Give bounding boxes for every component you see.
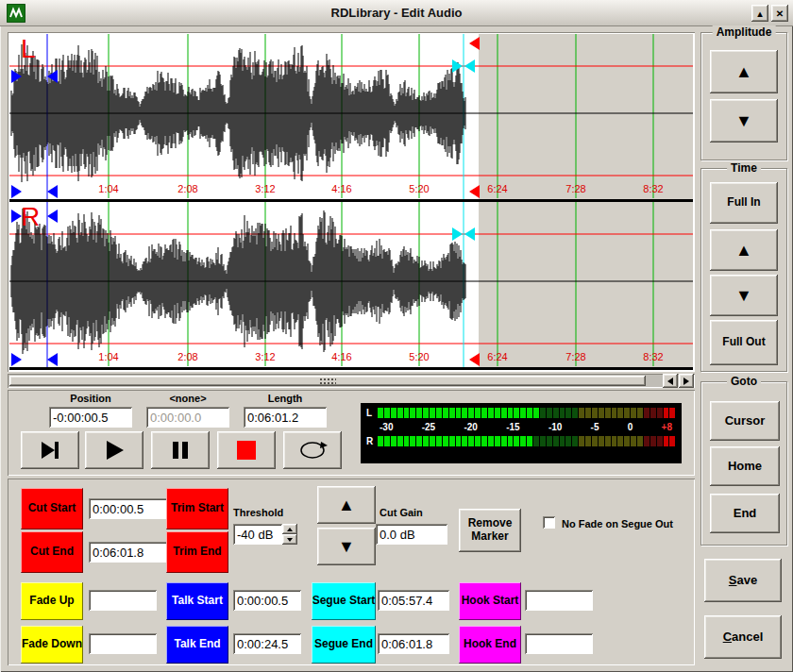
spin-up-icon	[287, 525, 293, 531]
fade-down-field[interactable]	[89, 633, 157, 654]
loop-button[interactable]	[283, 431, 342, 469]
amplitude-group: Amplitude ▲ ▼	[700, 32, 787, 160]
gain-up-button[interactable]: ▲	[317, 486, 376, 524]
titlebar: RDLibrary - Edit Audio ▴ ✕	[0, 0, 793, 26]
meter-scale-label: -5	[591, 422, 599, 432]
gain-down-button[interactable]: ▼	[317, 528, 376, 565]
amplitude-down-button[interactable]: ▼	[710, 99, 778, 143]
channel-left-label: L	[21, 34, 36, 64]
meter-scale: -30-25-20-15-10-50+8	[366, 420, 676, 434]
play-icon	[101, 437, 127, 463]
goto-group: Goto Cursor Home End	[700, 381, 787, 546]
position-field[interactable]	[49, 407, 132, 428]
save-button[interactable]: Save	[704, 559, 782, 602]
threshold-label: Threshold	[233, 507, 283, 518]
close-button[interactable]: ✕	[771, 5, 788, 22]
down-arrow-icon: ▼	[338, 537, 355, 557]
loop-icon	[296, 437, 329, 463]
threshold-spin-up-button[interactable]	[282, 524, 297, 534]
time-full-in-button[interactable]: Full In	[710, 182, 778, 224]
no-fade-checkbox[interactable]	[543, 516, 555, 529]
meter-scale-label: -15	[506, 422, 519, 432]
play-from-start-button[interactable]	[21, 431, 79, 469]
cancel-button[interactable]: Cancel	[704, 615, 782, 659]
up-arrow-icon: ▲	[735, 62, 752, 82]
trim-start-button[interactable]: Trim Start	[166, 488, 228, 529]
waveform-channel-left[interactable]: L 1:042:083:124:165:206:247:288:32	[9, 34, 693, 202]
waveform-panel[interactable]: L 1:042:083:124:165:206:247:288:32 R 1:0…	[8, 32, 695, 372]
meter-scale-label: -25	[422, 422, 435, 432]
talk-start-button[interactable]: Talk Start	[166, 582, 228, 620]
up-arrow-icon: ▲	[338, 496, 355, 515]
hook-start-button[interactable]: Hook Start	[459, 582, 521, 620]
waveform-right-display[interactable]	[9, 202, 693, 370]
talk-start-field[interactable]	[233, 590, 301, 611]
position-label: Position	[45, 393, 136, 406]
waveform-scrollbar[interactable]	[8, 374, 695, 388]
amplitude-group-label: Amplitude	[713, 25, 776, 39]
cut-end-button[interactable]: Cut End	[21, 531, 83, 573]
down-arrow-icon: ▼	[735, 286, 752, 306]
cut-gain-field[interactable]	[376, 524, 447, 545]
stop-button[interactable]	[217, 431, 276, 469]
meter-scale-label: 0	[628, 422, 633, 432]
meter-right-label: R	[366, 436, 378, 446]
window-title: RDLibrary - Edit Audio	[0, 6, 793, 20]
goto-cursor-button[interactable]: Cursor	[710, 401, 780, 441]
segue-end-field[interactable]	[378, 633, 449, 654]
time-full-out-button[interactable]: Full Out	[710, 320, 778, 365]
hook-start-field[interactable]	[525, 590, 593, 611]
pause-icon	[167, 437, 194, 463]
amplitude-up-button[interactable]: ▲	[710, 50, 778, 93]
time-group: Time Full In ▲ ▼ Full Out	[700, 168, 787, 372]
marker-readout: <none>	[143, 393, 233, 428]
marker-panel: Cut Start Cut End Trim Start Trim End Th…	[8, 479, 695, 665]
talk-end-field[interactable]	[233, 633, 301, 654]
scroll-right-icon	[683, 378, 693, 385]
length-readout: Length	[240, 393, 330, 428]
meter-scale-label: +8	[662, 422, 672, 432]
hook-end-button[interactable]: Hook End	[459, 626, 521, 664]
meter-left-bar	[378, 408, 676, 418]
scroll-left-button[interactable]	[663, 374, 678, 388]
hook-end-field[interactable]	[525, 633, 593, 654]
waveform-left-display[interactable]	[9, 34, 693, 202]
play-button[interactable]	[85, 431, 143, 469]
cut-start-field[interactable]	[89, 498, 168, 519]
segue-start-button[interactable]: Segue Start	[312, 582, 376, 620]
cut-end-field[interactable]	[89, 542, 168, 563]
cut-start-button[interactable]: Cut Start	[21, 488, 83, 529]
scroll-right-button[interactable]	[679, 374, 694, 388]
shade-button[interactable]: ▴	[751, 5, 768, 22]
threshold-field[interactable]	[233, 524, 282, 545]
segue-start-field[interactable]	[378, 590, 449, 611]
fade-up-field[interactable]	[89, 590, 157, 611]
threshold-spinbox[interactable]	[233, 524, 297, 545]
trim-end-button[interactable]: Trim End	[166, 531, 228, 573]
goto-group-label: Goto	[727, 375, 761, 388]
scrollbar-thumb[interactable]	[9, 376, 646, 386]
pause-button[interactable]	[151, 431, 210, 469]
time-zoom-in-button[interactable]: ▲	[710, 229, 778, 271]
time-zoom-out-button[interactable]: ▼	[710, 275, 778, 316]
shade-icon: ▴	[757, 8, 762, 19]
stop-icon	[233, 437, 260, 463]
waveform-channel-right[interactable]: R 1:042:083:124:165:206:247:288:32	[9, 202, 693, 370]
channel-right-label: R	[21, 202, 40, 232]
fade-up-button[interactable]: Fade Up	[21, 582, 83, 620]
fade-down-button[interactable]: Fade Down	[21, 626, 83, 664]
transport-panel: Position <none> Length L -30-25-20-15-10…	[8, 390, 695, 476]
meter-scale-label: -10	[548, 422, 562, 432]
goto-end-button[interactable]: End	[710, 494, 780, 533]
segue-end-button[interactable]: Segue End	[312, 626, 376, 664]
length-field[interactable]	[244, 407, 327, 428]
spin-down-icon	[287, 538, 293, 545]
goto-home-button[interactable]: Home	[710, 446, 780, 486]
up-arrow-icon: ▲	[735, 241, 752, 260]
scrollbar-grip-icon	[319, 378, 336, 384]
talk-end-button[interactable]: Talk End	[166, 626, 228, 664]
threshold-spin-down-button[interactable]	[282, 534, 297, 545]
remove-marker-button[interactable]: Remove Marker	[459, 509, 521, 552]
close-icon: ✕	[776, 8, 784, 19]
marker-readout-field	[146, 407, 229, 428]
